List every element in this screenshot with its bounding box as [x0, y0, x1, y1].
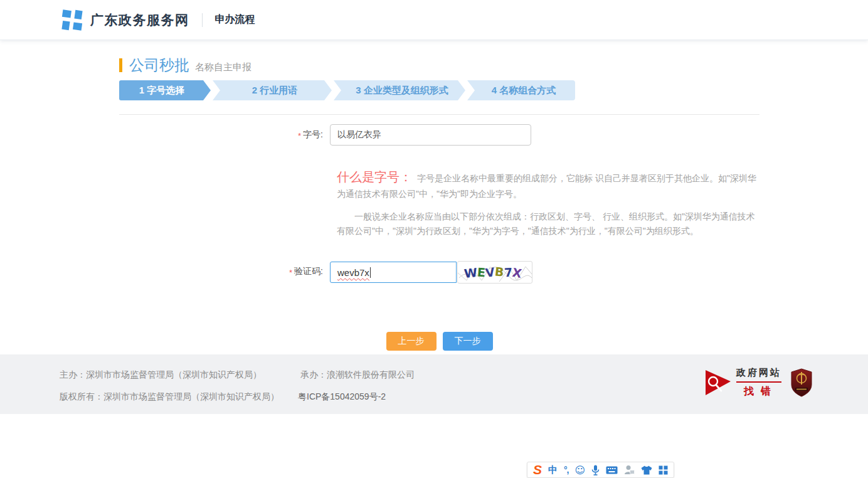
chinese-mode-icon[interactable]: 中 — [548, 464, 558, 476]
captcha-char: W — [463, 265, 478, 280]
text-caret — [370, 267, 371, 278]
captcha-input[interactable]: wevb7x — [330, 262, 457, 283]
footer-badges: 政府网站 找错 — [704, 367, 813, 398]
captcha-field-label: *验证码: — [119, 266, 330, 277]
help-block: 什么是字号：字号是企业名称中最重要的组成部分，它能标 识自己并显著区别于其他企业… — [337, 167, 758, 238]
captcha-char: B — [494, 265, 505, 279]
name-field-row: *字号: — [119, 124, 760, 146]
help-paragraph-2: 一般说来企业名称应当由以下部分依次组成：行政区划、字号、 行业、组织形式。如"深… — [337, 210, 758, 238]
help-paragraph-1: 什么是字号：字号是企业名称中最重要的组成部分，它能标 识自己并显著区别于其他企业… — [337, 167, 758, 201]
gov-site-find-error-badge[interactable]: 政府网站 找错 — [704, 367, 781, 398]
footer-icp-number: 粤ICP备15042059号-2 — [298, 391, 386, 403]
page-title-row: 公司秒批 名称自主申报 — [119, 56, 760, 75]
step-tab-3[interactable]: 3 企业类型及组织形式 — [334, 80, 465, 100]
prev-step-button[interactable]: 上一步 — [386, 332, 437, 351]
form-buttons: 上一步 下一步 — [119, 332, 760, 351]
passport-account-icon[interactable] — [624, 465, 635, 475]
red-shield-badge-icon[interactable] — [790, 368, 813, 397]
title-accent-bar — [119, 58, 122, 72]
page-subtitle: 名称自主申报 — [195, 58, 251, 73]
required-asterisk: * — [298, 131, 301, 141]
page-title: 公司秒批 — [129, 55, 189, 75]
step-wizard: 1 字号选择 2 行业用语 3 企业类型及组织形式 4 名称组合方式 — [119, 80, 760, 100]
next-step-button[interactable]: 下一步 — [443, 332, 493, 351]
ime-toolbar: S 中 °, ☺ — [527, 462, 674, 478]
content-divider — [119, 114, 760, 115]
punctuation-toggle-icon[interactable]: °, — [564, 465, 569, 475]
captcha-field-row: *验证码: wevb7x W E V B 7 X — [119, 262, 760, 284]
footer-copyright: 版权所有：深圳市市场监督管理局（深圳市知识产权局） — [60, 391, 279, 403]
soft-keyboard-icon[interactable] — [606, 466, 618, 474]
header: 广东政务服务网 申办流程 — [0, 0, 868, 40]
captcha-image[interactable]: W E V B 7 X — [457, 261, 532, 284]
step-tab-1[interactable]: 1 字号选择 — [119, 80, 211, 100]
emoji-icon[interactable]: ☺ — [575, 464, 586, 476]
pinwheel-logo-icon[interactable] — [60, 8, 84, 32]
step-tab-4[interactable]: 4 名称组合方式 — [467, 80, 575, 100]
sogou-logo-icon[interactable]: S — [533, 463, 542, 476]
header-nav-label: 申办流程 — [215, 13, 255, 26]
skin-shirt-icon[interactable] — [641, 465, 652, 475]
site-title: 广东政务服务网 — [90, 11, 189, 29]
find-error-text: 政府网站 找错 — [736, 367, 781, 398]
footer: 主办：深圳市市场监督管理局（深圳市知识产权局） 承办：浪潮软件股份有限公司 版权… — [0, 354, 868, 414]
captcha-input-value: wevb7x — [337, 267, 369, 278]
footer-host: 主办：深圳市市场监督管理局（深圳市知识产权局） — [60, 369, 262, 381]
microphone-icon[interactable] — [591, 465, 600, 475]
step-tab-2[interactable]: 2 行业用语 — [213, 80, 332, 100]
header-divider — [202, 13, 203, 27]
name-input[interactable] — [330, 124, 531, 146]
name-field-label: *字号: — [119, 129, 330, 141]
footer-undertake: 承办：浪潮软件股份有限公司 — [300, 369, 415, 381]
help-heading: 什么是字号： — [337, 170, 412, 184]
main-content: 公司秒批 名称自主申报 1 字号选择 2 行业用语 3 企业类型及组织形式 4 … — [119, 56, 760, 351]
required-asterisk: * — [289, 268, 292, 277]
toolbox-grid-icon[interactable] — [659, 465, 668, 475]
find-error-magnifier-icon — [704, 368, 733, 397]
